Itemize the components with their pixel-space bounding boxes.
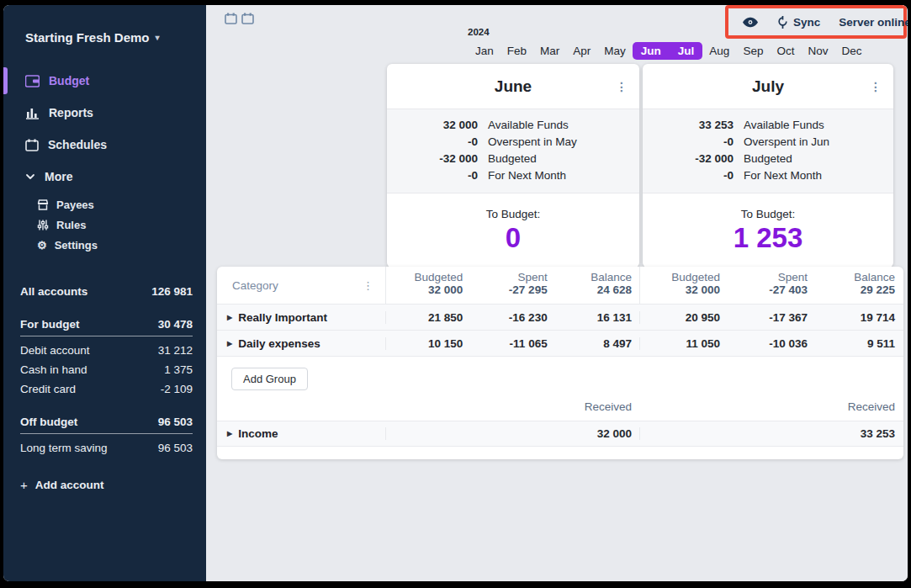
summary-value: -32 000 [387, 151, 488, 167]
sidebar-item-label: Settings [55, 239, 98, 252]
summary-label: For Next Month [744, 167, 893, 184]
column-header: Balance [815, 267, 895, 283]
balance-cell[interactable]: 16 131 [555, 311, 639, 324]
summary-value: 32 000 [387, 117, 488, 134]
budget-file-switcher[interactable]: Starting Fresh Demo ▾ [3, 5, 206, 45]
group-name: Income [238, 427, 278, 440]
account-row-credit-card[interactable]: Credit card -2 109 [20, 379, 193, 399]
calendar-two-month-icon[interactable] [241, 13, 254, 24]
sidebar-item-label: More [45, 170, 72, 183]
month-summary: 33 253Available Funds -0Overspent in Jun… [643, 109, 893, 193]
column-header: Balance [555, 267, 632, 283]
off-budget-header-row[interactable]: Off budget 96 503 [20, 412, 193, 434]
accounts-section: All accounts 126 981 For budget 30 478 D… [3, 282, 206, 492]
month-jan[interactable]: Jan [469, 42, 501, 60]
month-apr[interactable]: Apr [566, 42, 597, 60]
account-row-debit[interactable]: Debit account 31 212 [20, 341, 193, 360]
gear-icon: ⚙ [37, 240, 47, 251]
sidebar-item-reports[interactable]: Reports [3, 97, 206, 129]
account-row-long-term-saving[interactable]: Long term saving 96 503 [20, 438, 193, 458]
month-nov[interactable]: Nov [801, 42, 834, 60]
month-picker: Jan Feb Mar Apr May Jun Jul Aug Sep Oct … [469, 42, 868, 60]
calendar-one-month-icon[interactable] [225, 13, 237, 24]
category-group-row-daily-expenses[interactable]: ▶Daily expenses 10 150 -11 065 8 497 11 … [217, 330, 903, 356]
group-label: For budget [20, 315, 80, 334]
received-cell[interactable]: 33 253 [640, 427, 903, 440]
sync-icon [777, 16, 788, 29]
month-menu-kebab-icon[interactable]: ⋮ [616, 81, 628, 93]
balance-cell[interactable]: 19 714 [815, 311, 903, 324]
privacy-eye-icon[interactable] [742, 17, 759, 28]
spent-cell[interactable]: -17 367 [728, 311, 815, 324]
expand-triangle-icon[interactable]: ▶ [227, 430, 232, 437]
to-budget-amount[interactable]: 1 253 [643, 220, 893, 255]
summary-label: Available Funds [744, 117, 893, 134]
summary-value: -0 [387, 134, 488, 151]
budgeted-cell[interactable]: 21 850 [386, 311, 470, 324]
month-jun-selected[interactable]: Jun [633, 42, 670, 60]
received-cell[interactable]: 32 000 [386, 427, 639, 440]
budgeted-cell[interactable]: 10 150 [386, 337, 470, 350]
to-budget-amount[interactable]: 0 [387, 220, 639, 255]
month-count-buttons [225, 13, 254, 24]
month-mar[interactable]: Mar [533, 42, 566, 60]
month-oct[interactable]: Oct [770, 42, 801, 60]
sidebar-item-more[interactable]: More [3, 161, 206, 193]
caret-down-icon: ▾ [156, 33, 160, 42]
account-balance: 1 375 [164, 360, 193, 379]
month-feb[interactable]: Feb [501, 42, 533, 60]
sidebar-item-label: Schedules [48, 138, 107, 151]
sidebar-item-schedules[interactable]: Schedules [3, 129, 206, 161]
summary-value: -0 [643, 167, 744, 184]
add-account-button[interactable]: + Add account [20, 478, 193, 492]
sync-button[interactable]: Sync [777, 16, 820, 29]
group-balance: 96 503 [158, 412, 193, 432]
sliders-icon [37, 220, 49, 230]
category-header-label: Category [232, 279, 278, 292]
sidebar-item-payees[interactable]: Payees [3, 194, 206, 215]
category-group-row-income[interactable]: ▶Income 32 000 33 253 [217, 421, 903, 447]
bar-chart-icon [25, 107, 40, 119]
month-may[interactable]: May [597, 42, 633, 60]
group-name: Really Important [238, 311, 327, 324]
sidebar-item-rules[interactable]: Rules [3, 215, 206, 235]
spent-cell[interactable]: -10 036 [728, 337, 815, 350]
expand-triangle-icon[interactable]: ▶ [227, 314, 232, 321]
spent-cell[interactable]: -16 230 [470, 311, 554, 324]
column-total: -27 295 [470, 283, 547, 296]
add-group-button[interactable]: Add Group [231, 368, 308, 390]
actual-budget-app: Starting Fresh Demo ▾ Budget Reports [3, 5, 908, 581]
sidebar-item-label: Reports [49, 106, 93, 119]
balance-cell[interactable]: 8 497 [555, 337, 639, 350]
month-menu-kebab-icon[interactable]: ⋮ [870, 81, 882, 93]
to-budget-label: To Budget: [387, 208, 639, 220]
server-status-button[interactable]: Server online [839, 16, 908, 29]
group-balance: 30 478 [158, 315, 193, 334]
sidebar-item-label: Budget [49, 74, 89, 87]
column-header: Spent [728, 267, 808, 283]
june-header-columns: Budgeted32 000 Spent-27 295 Balance24 62… [385, 267, 639, 304]
month-jul-selected[interactable]: Jul [670, 42, 703, 60]
category-group-row-really-important[interactable]: ▶Really Important 21 850 -16 230 16 131 … [217, 304, 903, 330]
table-header: Category ⋮ Budgeted32 000 Spent-27 295 B… [217, 267, 903, 304]
summary-label: Overspent in May [488, 134, 639, 151]
spent-cell[interactable]: -11 065 [470, 337, 554, 350]
month-sep[interactable]: Sep [736, 42, 770, 60]
month-summary-card-july: July ⋮ 33 253Available Funds -0Overspent… [643, 64, 893, 268]
expand-triangle-icon[interactable]: ▶ [227, 340, 232, 347]
all-accounts-row[interactable]: All accounts 126 981 [20, 282, 193, 301]
month-aug[interactable]: Aug [702, 42, 736, 60]
month-summary: 32 000Available Funds -0Overspent in May… [387, 109, 639, 193]
budgeted-cell[interactable]: 20 950 [640, 311, 728, 324]
sidebar-item-budget[interactable]: Budget [3, 65, 206, 97]
summary-label: Available Funds [488, 117, 639, 134]
category-menu-kebab-icon[interactable]: ⋮ [363, 279, 373, 292]
budgeted-cell[interactable]: 11 050 [640, 337, 728, 350]
for-budget-header-row[interactable]: For budget 30 478 [20, 315, 193, 336]
sidebar-item-settings[interactable]: ⚙ Settings [3, 235, 206, 255]
balance-cell[interactable]: 9 511 [815, 337, 903, 350]
group-name: Daily expenses [238, 337, 320, 350]
month-dec[interactable]: Dec [834, 42, 868, 60]
account-row-cash[interactable]: Cash in hand 1 375 [20, 360, 193, 379]
summary-value: -32 000 [643, 151, 744, 167]
